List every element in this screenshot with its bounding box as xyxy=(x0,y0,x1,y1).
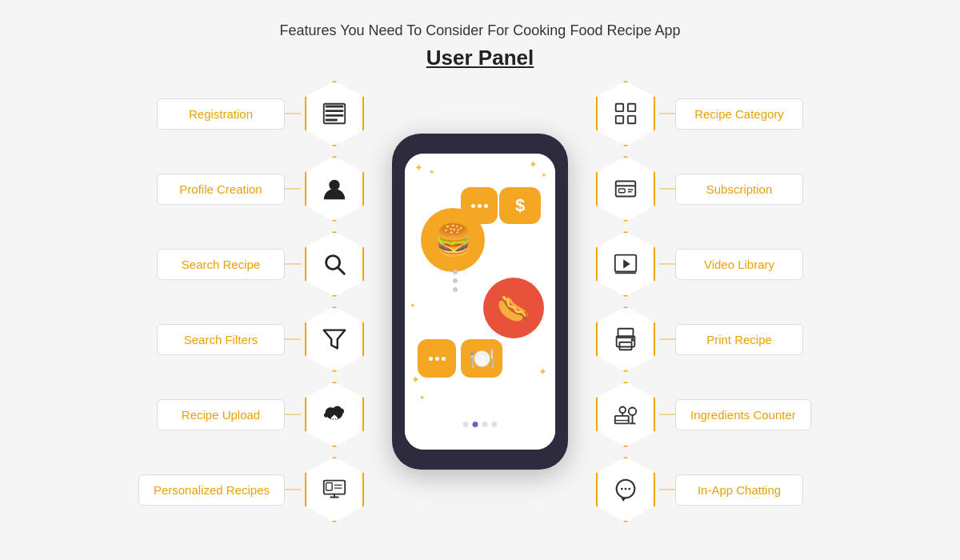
user-icon xyxy=(321,175,348,202)
hex-shape xyxy=(305,306,364,372)
feature-row-recipe-category: Recipe Category xyxy=(592,78,944,149)
label-personalized-recipes: Personalized Recipes xyxy=(138,474,285,506)
connector xyxy=(659,263,675,265)
hex-shape xyxy=(596,231,655,297)
phone-outer: ✦ ✦ ✦ ✦ ✦ ✦ ✦ ✦ $ xyxy=(392,134,568,470)
print-icon xyxy=(612,326,639,353)
hex-shape xyxy=(596,382,655,447)
svg-point-34 xyxy=(629,408,636,415)
hex-ingredients-counter xyxy=(594,379,658,450)
hex-in-app-chatting xyxy=(594,454,658,525)
feature-row-ingredients-counter: Ingredients Counter xyxy=(592,379,944,450)
svg-rect-17 xyxy=(616,104,623,111)
hex-shape xyxy=(596,306,655,372)
library-icon xyxy=(612,250,639,278)
subscription-icon xyxy=(612,175,639,202)
feature-row-print-recipe: Print Recipe xyxy=(592,304,944,374)
phone-center: ✦ ✦ ✦ ✦ ✦ ✦ ✦ ✦ $ xyxy=(368,134,592,470)
sparkle: ✦ xyxy=(411,374,420,386)
sparkle: ✦ xyxy=(419,394,426,402)
feature-row-in-app-chatting: In-App Chatting xyxy=(592,454,944,525)
search-icon xyxy=(321,250,348,278)
burger-bubble: 🍔 xyxy=(421,208,485,272)
plate-card: 🍽️ xyxy=(461,339,502,378)
feature-row-profile: Profile Creation xyxy=(16,154,368,224)
phone-screen: ✦ ✦ ✦ ✦ ✦ ✦ ✦ ✦ $ xyxy=(405,154,555,450)
connector xyxy=(285,489,301,490)
main-layout: Registration Profile Creation xyxy=(0,78,960,525)
svg-point-5 xyxy=(329,180,339,190)
chat-icon xyxy=(612,476,639,503)
hex-recipe-category xyxy=(594,78,658,149)
list-icon xyxy=(321,100,348,127)
svg-point-31 xyxy=(631,338,634,342)
feature-row-personalized: Personalized Recipes xyxy=(16,454,368,525)
label-print-recipe: Print Recipe xyxy=(675,324,803,355)
hex-shape xyxy=(596,81,655,146)
hotdog-bubble: 🌭 xyxy=(483,278,544,338)
label-profile-creation: Profile Creation xyxy=(157,174,285,205)
sparkle: ✦ xyxy=(541,171,547,179)
upload-icon xyxy=(321,401,348,428)
feature-row-subscription: Subscription xyxy=(592,154,944,224)
label-in-app-chatting: In-App Chatting xyxy=(675,474,803,506)
hex-shape xyxy=(596,156,655,222)
hex-profile xyxy=(302,154,366,224)
hex-shape xyxy=(305,156,364,222)
svg-point-42 xyxy=(628,488,630,490)
connector xyxy=(285,414,301,415)
connector xyxy=(659,414,675,415)
svg-rect-2 xyxy=(326,114,344,117)
connector xyxy=(659,113,675,114)
section-title: User Panel xyxy=(426,46,534,70)
svg-line-7 xyxy=(338,267,344,274)
svg-rect-18 xyxy=(628,104,635,111)
phone-notch xyxy=(456,143,504,151)
feature-row-search-filters: Search Filters xyxy=(16,304,368,374)
label-subscription: Subscription xyxy=(675,174,803,205)
sparkle: ✦ xyxy=(429,168,435,176)
hex-shape xyxy=(305,231,364,297)
sparkle: ✦ xyxy=(538,366,547,378)
label-search-recipe: Search Recipe xyxy=(157,249,285,280)
hex-shape xyxy=(305,382,364,447)
svg-rect-1 xyxy=(326,110,344,112)
feature-row-recipe-upload: Recipe Upload xyxy=(16,379,368,450)
monitor-icon xyxy=(321,476,348,503)
label-registration: Registration xyxy=(157,98,285,130)
label-recipe-upload: Recipe Upload xyxy=(157,399,285,430)
hex-video-library xyxy=(594,229,658,299)
svg-rect-20 xyxy=(628,116,635,123)
right-features-col: Recipe Category Subscription xyxy=(592,78,944,525)
label-ingredients-counter: Ingredients Counter xyxy=(675,399,811,430)
svg-point-37 xyxy=(619,407,626,414)
sparkle: ✦ xyxy=(529,158,538,170)
hex-shape xyxy=(305,81,364,146)
connector xyxy=(285,263,301,265)
grid-icon xyxy=(612,100,639,127)
dots-card-bottom xyxy=(418,339,456,378)
feature-row-registration: Registration xyxy=(16,78,368,149)
svg-rect-3 xyxy=(326,119,338,122)
bottom-dots xyxy=(463,422,498,427)
page-title: Features You Need To Consider For Cookin… xyxy=(280,22,681,39)
svg-point-40 xyxy=(621,488,623,490)
svg-point-41 xyxy=(625,488,627,490)
connector xyxy=(285,188,301,190)
label-video-library: Video Library xyxy=(675,249,803,280)
svg-rect-0 xyxy=(326,106,344,108)
hex-print-recipe xyxy=(594,304,658,374)
sparkle: ✦ xyxy=(414,162,423,174)
hex-shape xyxy=(596,457,655,522)
connector xyxy=(285,113,301,114)
feature-row-search-recipe: Search Recipe xyxy=(16,229,368,299)
hex-recipe-upload xyxy=(302,379,366,450)
connector xyxy=(659,489,675,490)
svg-rect-19 xyxy=(616,116,623,123)
sparkle: ✦ xyxy=(410,302,416,310)
left-features-col: Registration Profile Creation xyxy=(16,78,368,525)
hex-registration xyxy=(302,78,366,149)
filter-icon xyxy=(321,326,348,353)
connector xyxy=(659,338,675,340)
connector xyxy=(285,338,301,340)
